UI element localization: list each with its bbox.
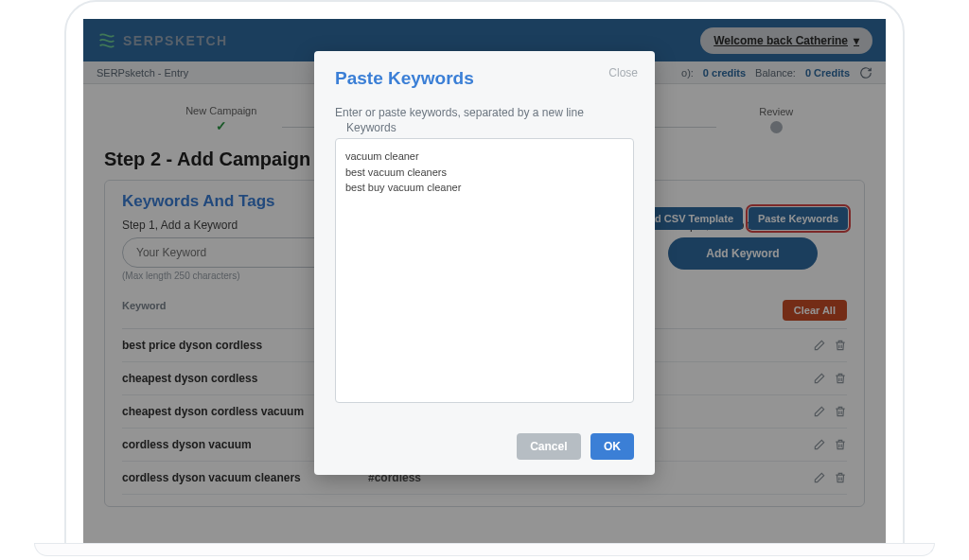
modal-ok-button[interactable]: OK (590, 433, 634, 460)
laptop-frame: SERPSKETCH Welcome back Catherine ▾ SERP… (64, 0, 905, 549)
laptop-base (34, 543, 935, 556)
modal-close-link[interactable]: Close (608, 66, 638, 79)
paste-keywords-modal: Close Paste Keywords Enter or paste keyw… (314, 51, 655, 475)
modal-instruction: Enter or paste keywords, separated by a … (335, 106, 634, 119)
modal-field-label: Keywords (346, 121, 634, 134)
modal-cancel-button[interactable]: Cancel (517, 433, 580, 460)
keywords-textarea[interactable] (335, 138, 634, 403)
modal-title: Paste Keywords (335, 68, 634, 89)
screen: SERPSKETCH Welcome back Catherine ▾ SERP… (83, 19, 886, 547)
